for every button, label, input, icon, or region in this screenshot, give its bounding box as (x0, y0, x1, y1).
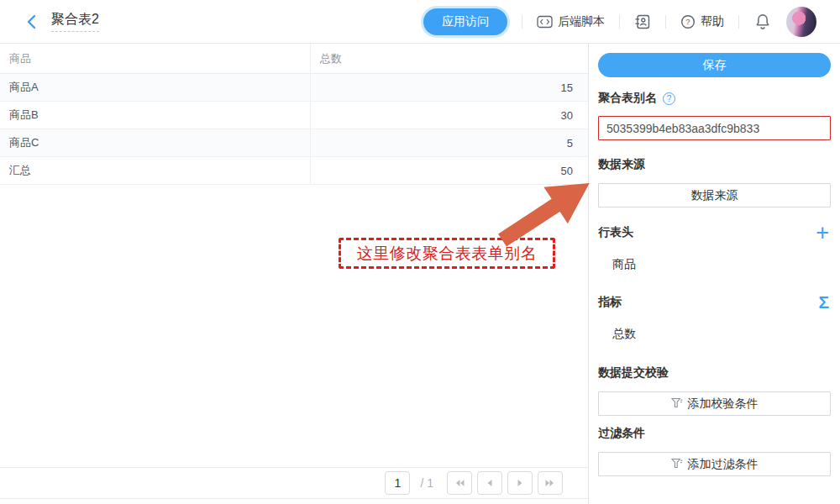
cell-total: 15 (311, 81, 588, 94)
annotation-callout: 这里修改聚合表表单别名 (339, 238, 555, 269)
add-validation-label: 添加校验条件 (688, 396, 759, 412)
notification-bell-icon[interactable] (753, 13, 772, 31)
table-row: 商品B 30 (0, 102, 588, 129)
add-filter-label: 添加过滤条件 (688, 457, 759, 472)
page-title[interactable]: 聚合表2 (51, 12, 99, 32)
column-header-total: 总数 (311, 51, 588, 66)
row-header-row: 行表头 + (598, 224, 831, 241)
last-page-button[interactable] (538, 471, 563, 495)
current-page-input[interactable]: 1 (385, 471, 410, 495)
alias-input[interactable] (598, 116, 831, 140)
column-header-product: 商品 (0, 44, 311, 73)
settings-sidebar: 保存 聚合表别名 ? 数据来源 数据来源 行表头 + 商品 指标 Σ 总数 数据… (588, 44, 840, 504)
sigma-icon[interactable]: Σ (818, 294, 829, 311)
topbar-actions: 应用访问 后端脚本 (423, 7, 840, 37)
alias-label: 聚合表别名 (598, 91, 657, 106)
table-header-row: 商品 总数 (0, 44, 588, 74)
backend-script-button[interactable]: 后端脚本 (537, 14, 605, 29)
first-page-button[interactable] (447, 471, 472, 495)
row-header-item[interactable]: 商品 (598, 257, 831, 272)
app-access-button[interactable]: 应用访问 (423, 8, 507, 35)
top-bar: 聚合表2 应用访问 后端脚本 (0, 0, 840, 44)
divider (522, 15, 522, 29)
cell-total: 50 (311, 165, 588, 177)
divider (619, 15, 620, 29)
contacts-button[interactable] (634, 13, 651, 30)
alias-help-icon[interactable]: ? (663, 92, 675, 105)
add-validation-button[interactable]: 添加校验条件 (598, 391, 831, 416)
cell-product: 商品B (0, 102, 311, 129)
metric-item[interactable]: 总数 (598, 327, 831, 342)
validation-label: 数据提交校验 (598, 365, 831, 381)
help-label: 帮助 (701, 14, 724, 29)
datasource-button[interactable]: 数据来源 (598, 183, 831, 207)
save-button[interactable]: 保存 (598, 53, 831, 77)
back-icon[interactable] (25, 13, 40, 30)
cell-product: 汇总 (0, 157, 311, 184)
backend-script-label: 后端脚本 (558, 14, 605, 29)
row-header-label: 行表头 (598, 225, 633, 240)
divider (665, 15, 666, 29)
add-row-header-icon[interactable]: + (816, 224, 829, 241)
code-icon (537, 15, 553, 29)
avatar[interactable] (786, 7, 816, 37)
metric-label: 指标 (598, 295, 622, 310)
svg-text:?: ? (685, 17, 690, 26)
help-icon: ? (680, 14, 696, 29)
table-preview-area: 商品 总数 商品A 15 商品B 30 商品C 5 汇总 50 这里修改聚合表表… (0, 44, 588, 504)
page-total-label: / 1 (420, 476, 433, 490)
datasource-label: 数据来源 (598, 157, 831, 172)
cell-total: 30 (311, 109, 588, 122)
add-filter-button[interactable]: 添加过滤条件 (598, 452, 831, 476)
filter-label: 过滤条件 (598, 426, 831, 441)
table-row: 商品A 15 (0, 74, 588, 102)
table-row: 商品C 5 (0, 129, 588, 157)
alias-label-row: 聚合表别名 ? (598, 91, 831, 106)
filter-icon (671, 458, 683, 471)
cell-product: 商品A (0, 74, 311, 101)
help-button[interactable]: ? 帮助 (680, 14, 724, 29)
cell-total: 5 (311, 137, 588, 150)
contacts-icon (634, 13, 651, 30)
prev-page-button[interactable] (477, 471, 502, 495)
divider (738, 15, 739, 29)
table-row: 汇总 50 (0, 157, 588, 185)
pagination-bar: 1 / 1 (0, 467, 588, 499)
cell-product: 商品C (0, 129, 311, 156)
next-page-button[interactable] (507, 471, 533, 495)
metric-row: 指标 Σ (598, 294, 831, 311)
filter-icon (671, 397, 683, 411)
